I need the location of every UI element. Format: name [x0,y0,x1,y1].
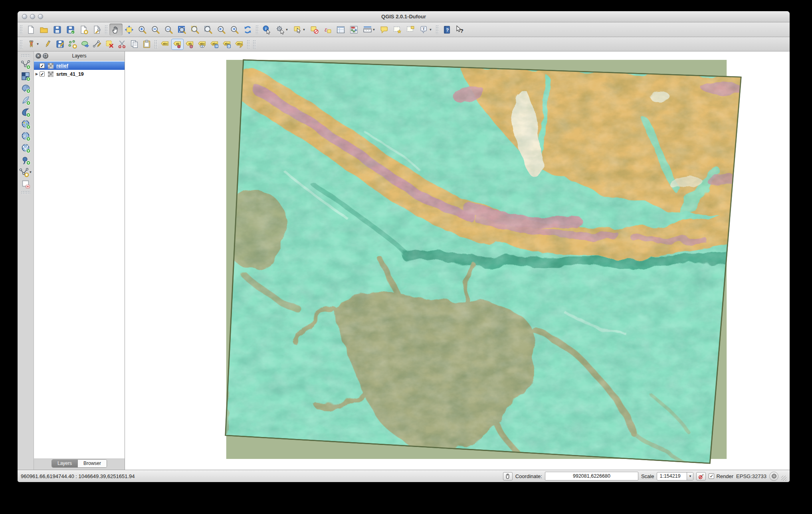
highlight-pinned-labels-button[interactable]: ab [184,39,196,50]
copy-features-button[interactable] [128,39,141,50]
add-delimited-text-layer-button[interactable] [19,154,32,166]
panel-tab-layers[interactable]: Layers [52,460,77,467]
rotate-label-button[interactable]: abc [221,39,233,50]
coordinate-input[interactable] [545,472,638,480]
zoom-to-selection-button[interactable] [188,24,202,36]
zoom-out-button[interactable] [149,24,162,36]
add-postgis-layer-button[interactable] [19,82,32,94]
node-tool-button[interactable] [91,39,103,50]
toolbar-drag-handle[interactable] [154,40,158,49]
layer-label: srtm_41_19 [56,71,84,77]
pan-to-selection-button[interactable] [123,24,136,36]
zoom-last-button[interactable] [215,24,228,36]
text-annotation-dropdown-arrow[interactable]: ▼ [429,28,432,32]
scale-dropdown-arrow[interactable]: ▼ [687,472,693,480]
run-feature-action-button[interactable]: ▼ [273,24,291,36]
add-feature-button[interactable] [66,39,79,50]
crs-status-button[interactable] [769,472,778,481]
run-feature-action-dropdown-arrow[interactable]: ▼ [285,28,289,32]
add-wms-layer-button[interactable] [19,118,32,130]
show-hide-labels-button[interactable]: abc [196,39,208,50]
refresh-map-button[interactable] [241,24,254,36]
zoom-native-resolution-button[interactable]: 1:1 [162,24,175,36]
layer-visibility-checkbox[interactable]: ✓ [40,71,45,77]
panel-tab-browser[interactable]: Browser [77,460,107,467]
cut-features-button[interactable] [116,39,128,50]
current-edits-dropdown-arrow[interactable]: ▼ [36,42,40,46]
new-bookmark-button[interactable] [391,24,404,36]
field-calculator-button[interactable] [347,24,360,36]
add-wfs-layer-button[interactable] [19,142,32,154]
move-label-button[interactable]: abc [208,39,221,50]
toolbar-drag-handle[interactable] [20,40,23,49]
move-feature-button[interactable] [79,39,91,50]
new-shapefile-layer-dropdown-arrow[interactable]: ▼ [29,170,32,174]
toolbar-drag-handle[interactable] [105,25,108,34]
select-by-expression-button[interactable]: ε [321,24,334,36]
toolbar-drag-handle[interactable] [20,25,23,34]
add-wcs-layer-button[interactable] [19,130,32,142]
pin-unpin-labels-button[interactable]: ab [171,39,184,50]
stop-render-icon [698,473,704,479]
save-project-button[interactable] [51,24,64,36]
toolbar-drag-handle[interactable] [247,40,250,49]
map-tips-button[interactable] [378,24,391,36]
toggle-editing-button[interactable] [42,39,54,50]
zoom-to-layer-button[interactable] [202,24,215,36]
save-layer-edits-button[interactable] [54,39,66,50]
select-features-dropdown-arrow[interactable]: ▼ [303,28,306,32]
layer-labeling-options-button[interactable]: abc [159,39,171,50]
toolbar-drag-handle[interactable] [436,25,439,34]
show-bookmarks-button[interactable] [404,24,417,36]
scale-combobox[interactable]: 1:154219 ▼ [657,472,693,480]
zoom-next-button[interactable] [228,24,241,36]
measure-icon [363,25,372,34]
pan-map-button[interactable] [109,24,123,36]
open-attribute-table-button[interactable] [334,24,347,36]
add-mssql-layer-button[interactable] [19,106,32,118]
new-print-composer-button[interactable] [77,24,90,36]
panel-close-button[interactable]: ✕ [36,53,41,59]
zoom-in-button[interactable] [136,24,149,36]
resize-grip[interactable] [781,476,786,481]
add-vector-layer-button[interactable] [19,58,32,70]
title-bar[interactable]: QGIS 2.0.1-Dufour [18,11,790,22]
open-project-button[interactable] [38,24,51,36]
new-project-button[interactable] [24,24,38,36]
layer-row-relief[interactable]: ✓relief [34,61,125,70]
toolbar-drag-handle[interactable] [21,54,30,57]
save-project-as-button[interactable] [64,24,77,36]
add-raster-layer-button[interactable] [19,70,32,82]
render-checkbox-box[interactable]: ✓ [709,473,714,479]
composer-manager-button[interactable] [90,24,103,36]
delete-selected-button[interactable] [103,39,116,50]
add-spatialite-layer-button[interactable] [19,94,32,106]
current-edits-button[interactable]: ▼ [24,39,42,50]
whats-this-button[interactable]: ? [454,24,467,36]
paste-features-button[interactable] [141,39,153,50]
stop-render-button[interactable] [696,472,706,480]
new-shapefile-layer-button[interactable]: ▼ [19,166,32,178]
layer-visibility-checkbox[interactable]: ✓ [40,63,45,68]
panel-float-button[interactable]: ❐ [43,53,48,59]
layer-row-srtm_41_19[interactable]: ▶✓srtm_41_19 [34,70,125,78]
measure-button[interactable]: ▼ [360,24,378,36]
toolbar-drag-handle[interactable] [255,25,259,34]
map-canvas[interactable] [125,51,790,470]
measure-dropdown-arrow[interactable]: ▼ [372,28,376,32]
zoom-full-extent-button[interactable] [175,24,188,36]
mag-full-icon [177,25,186,34]
layer-expand-arrow[interactable]: ▶ [34,72,40,76]
toggle-extents-button[interactable] [503,472,513,480]
toolbar-drag-handle[interactable] [21,191,30,194]
text-annotation-button[interactable]: T▼ [417,24,434,36]
remove-layer-button[interactable] [19,178,32,190]
identify-icon: i [262,25,271,34]
deselect-features-button[interactable] [308,24,321,36]
help-contents-button[interactable]: ? [440,24,454,36]
render-checkbox[interactable]: ✓ Render [709,473,733,479]
identify-features-button[interactable]: i [260,24,273,36]
toolbar-drag-handle[interactable] [253,40,256,49]
change-label-button[interactable]: abc [233,39,246,50]
select-features-button[interactable]: ▼ [291,24,308,36]
